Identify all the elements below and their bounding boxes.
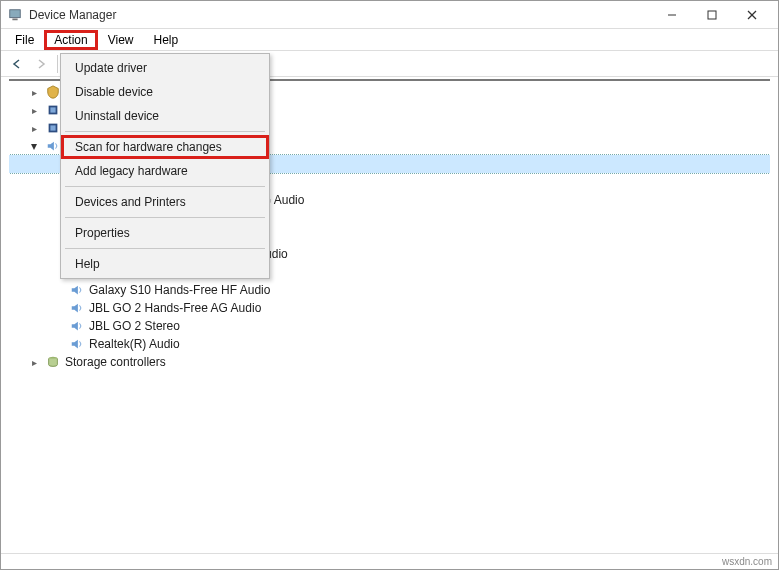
svg-rect-0	[10, 9, 21, 17]
menu-item-devices-printers[interactable]: Devices and Printers	[61, 190, 269, 214]
component-icon	[45, 120, 61, 136]
menu-file[interactable]: File	[5, 31, 44, 49]
forward-icon[interactable]	[31, 54, 51, 74]
back-icon[interactable]	[7, 54, 27, 74]
close-button[interactable]	[732, 3, 772, 27]
device-manager-window: Device Manager File Action View Help Upd…	[0, 0, 779, 570]
tree-item-audio-device[interactable]: Galaxy S10 Hands-Free HF Audio	[9, 281, 770, 299]
speaker-icon	[45, 138, 61, 154]
menu-item-uninstall-device[interactable]: Uninstall device	[61, 104, 269, 128]
tree-label: Galaxy S10 Hands-Free HF Audio	[89, 283, 270, 297]
window-controls	[652, 3, 772, 27]
menu-separator	[65, 131, 265, 132]
expand-icon[interactable]	[27, 87, 41, 98]
menu-separator	[65, 248, 265, 249]
tree-item-audio-device[interactable]: JBL GO 2 Hands-Free AG Audio	[9, 299, 770, 317]
menu-item-properties[interactable]: Properties	[61, 221, 269, 245]
status-footer: wsxdn.com	[1, 553, 778, 569]
menu-item-scan-hardware[interactable]: Scan for hardware changes	[61, 135, 269, 159]
menu-item-add-legacy[interactable]: Add legacy hardware	[61, 159, 269, 183]
window-title: Device Manager	[29, 8, 652, 22]
menu-item-disable-device[interactable]: Disable device	[61, 80, 269, 104]
maximize-button[interactable]	[692, 3, 732, 27]
storage-icon	[45, 354, 61, 370]
titlebar: Device Manager	[1, 1, 778, 29]
menu-separator	[65, 186, 265, 187]
tree-label: Realtek(R) Audio	[89, 337, 180, 351]
svg-rect-1	[12, 18, 17, 20]
tree-label: JBL GO 2 Hands-Free AG Audio	[89, 301, 261, 315]
expand-icon[interactable]	[27, 105, 41, 116]
minimize-button[interactable]	[652, 3, 692, 27]
tree-item-storage-controllers[interactable]: Storage controllers	[9, 353, 770, 371]
toolbar-separator	[57, 55, 58, 73]
menu-item-help[interactable]: Help	[61, 252, 269, 276]
menu-action[interactable]: Action	[44, 30, 97, 50]
action-menu-dropdown: Update driver Disable device Uninstall d…	[60, 53, 270, 279]
expand-icon[interactable]	[27, 357, 41, 368]
security-icon	[45, 84, 61, 100]
tree-label: Storage controllers	[65, 355, 166, 369]
collapse-icon[interactable]	[27, 139, 41, 153]
speaker-icon	[69, 336, 85, 352]
component-icon	[45, 102, 61, 118]
tree-item-audio-device[interactable]: Realtek(R) Audio	[9, 335, 770, 353]
menu-view[interactable]: View	[98, 31, 144, 49]
menu-item-update-driver[interactable]: Update driver	[61, 56, 269, 80]
tree-label: JBL GO 2 Stereo	[89, 319, 180, 333]
svg-rect-7	[50, 107, 55, 112]
menu-help[interactable]: Help	[144, 31, 189, 49]
watermark: wsxdn.com	[722, 556, 772, 567]
tree-item-audio-device[interactable]: JBL GO 2 Stereo	[9, 317, 770, 335]
menubar: File Action View Help	[1, 29, 778, 51]
speaker-icon	[69, 282, 85, 298]
app-icon	[7, 7, 23, 23]
svg-rect-9	[50, 125, 55, 130]
svg-rect-3	[708, 11, 716, 19]
speaker-icon	[69, 318, 85, 334]
speaker-icon	[69, 300, 85, 316]
expand-icon[interactable]	[27, 123, 41, 134]
menu-separator	[65, 217, 265, 218]
